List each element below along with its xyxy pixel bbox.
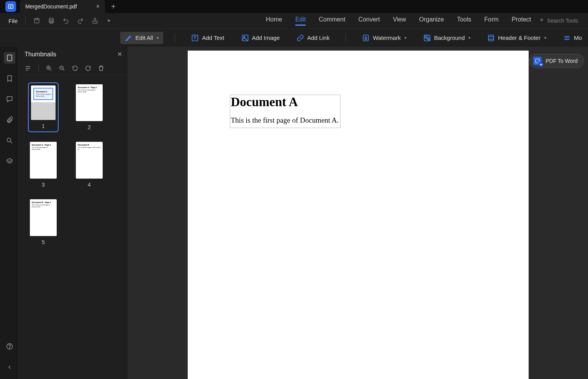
svg-point-18 — [9, 348, 10, 348]
collapse-rail-icon[interactable] — [4, 361, 15, 373]
svg-rect-14 — [489, 35, 494, 41]
more-button[interactable]: Mo — [559, 32, 582, 44]
titlebar: MergedDocument.pdf × + — [0, 0, 588, 13]
chevron-down-icon: ▾ — [157, 36, 159, 40]
list-icon[interactable] — [25, 65, 31, 72]
share-icon[interactable] — [92, 17, 98, 24]
file-menu[interactable]: File — [5, 18, 21, 24]
background-button[interactable]: Background ▾ — [419, 32, 475, 44]
thumbnail-page-3[interactable]: Document A - Page 3This is the third pag… — [30, 142, 57, 188]
watermark-icon — [362, 34, 370, 42]
tab-close-icon[interactable]: × — [96, 3, 100, 10]
tab-organize[interactable]: Organize — [419, 16, 444, 26]
svg-rect-2 — [10, 7, 11, 8]
page-1: Document A This is the first page of Doc… — [188, 51, 529, 379]
thumbnails-header: Thumbnails ✕ — [19, 47, 128, 62]
rotate-right-icon[interactable] — [85, 65, 92, 72]
edit-all-label: Edit All — [136, 34, 153, 41]
divider — [25, 17, 26, 25]
print-icon[interactable] — [48, 17, 55, 24]
undo-icon[interactable] — [62, 17, 69, 24]
header-footer-label: Header & Footer — [498, 34, 541, 41]
edit-all-button[interactable]: Edit All ▾ — [120, 32, 164, 44]
main-area: Thumbnails ✕ Docum — [0, 47, 588, 379]
thumbnail-preview: Document A - Page 3This is the third pag… — [30, 142, 57, 179]
image-icon — [241, 34, 249, 42]
thumbnail-number: 5 — [42, 239, 45, 245]
add-link-button[interactable]: Add Link — [292, 32, 334, 44]
document-viewport[interactable]: Document A This is the first page of Doc… — [128, 47, 588, 379]
delete-icon[interactable] — [98, 65, 105, 72]
thumbnail-number: 1 — [42, 123, 45, 129]
thumbnails-toolbar — [19, 62, 128, 75]
layers-rail-icon[interactable] — [4, 156, 15, 167]
tab-convert[interactable]: Convert — [359, 16, 380, 26]
thumbnail-preview: Document BThis is the first page of Docu… — [76, 142, 103, 179]
thumbnail-number: 2 — [88, 124, 91, 130]
chevron-down-icon: ▾ — [544, 36, 546, 40]
document-tab[interactable]: MergedDocument.pdf × — [20, 0, 105, 13]
thumbnails-grid: Document AThis is the first page of Docu… — [19, 75, 128, 254]
chevron-down-icon: ▾ — [468, 36, 470, 40]
comment-rail-icon[interactable] — [4, 94, 15, 105]
link-icon — [296, 34, 304, 42]
left-rail — [0, 47, 19, 379]
background-icon — [423, 34, 431, 42]
pdf-to-word-button[interactable]: W PDF To Word — [529, 54, 584, 68]
chevron-down-icon: ▾ — [405, 36, 406, 40]
search-tools[interactable]: Search Tools — [539, 18, 583, 24]
text-icon — [191, 34, 199, 42]
text-edit-box[interactable]: Document A This is the first page of Doc… — [230, 95, 341, 128]
svg-point-8 — [541, 19, 542, 21]
add-image-label: Add Image — [252, 34, 280, 41]
redo-icon[interactable] — [77, 17, 84, 24]
tab-form[interactable]: Form — [484, 16, 498, 26]
page-body[interactable]: This is the first page of Document A. — [231, 116, 339, 125]
thumbnail-page-1[interactable]: Document AThis is the first page of Docu… — [30, 84, 57, 130]
new-tab-button[interactable]: + — [111, 2, 116, 11]
tab-tools[interactable]: Tools — [457, 16, 471, 26]
thumbnail-page-5[interactable]: Document B - Page 2This is the second pa… — [30, 199, 57, 245]
more-icon — [563, 34, 571, 42]
tab-title: MergedDocument.pdf — [25, 3, 77, 10]
divider — [38, 65, 39, 72]
add-image-button[interactable]: Add Image — [237, 32, 285, 44]
svg-rect-3 — [34, 18, 39, 23]
zoom-in-icon[interactable] — [46, 65, 52, 72]
svg-rect-15 — [7, 55, 12, 61]
add-text-label: Add Text — [202, 34, 224, 41]
thumbnail-page-4[interactable]: Document BThis is the first page of Docu… — [76, 142, 103, 188]
divider — [346, 33, 346, 43]
app-logo — [5, 1, 16, 12]
watermark-button[interactable]: Watermark ▾ — [357, 32, 411, 44]
word-icon: W — [533, 57, 542, 65]
page-heading[interactable]: Document A — [231, 95, 339, 109]
more-label: Mo — [574, 34, 582, 41]
save-icon[interactable] — [33, 17, 40, 24]
svg-point-11 — [243, 36, 244, 37]
thumbnail-page-2[interactable]: Document A - Page 2This is the second pa… — [76, 84, 103, 130]
rotate-left-icon[interactable] — [72, 65, 79, 72]
add-text-button[interactable]: Add Text — [187, 32, 229, 44]
thumbnails-panel: Thumbnails ✕ Docum — [19, 47, 128, 379]
svg-rect-0 — [8, 5, 13, 8]
tab-edit[interactable]: Edit — [295, 16, 306, 26]
header-footer-button[interactable]: Header & Footer ▾ — [483, 32, 551, 44]
help-rail-icon[interactable] — [4, 341, 15, 352]
header-footer-icon — [487, 34, 495, 42]
thumbnails-rail-icon[interactable] — [4, 52, 15, 64]
dropdown-icon[interactable] — [106, 18, 111, 23]
tab-comment[interactable]: Comment — [319, 16, 345, 26]
thumbnail-preview: Document B - Page 2This is the second pa… — [30, 199, 57, 236]
zoom-out-icon[interactable] — [59, 65, 66, 72]
search-rail-icon[interactable] — [4, 135, 15, 146]
tab-home[interactable]: Home — [266, 16, 282, 26]
bookmark-rail-icon[interactable] — [4, 73, 15, 84]
thumbnails-title: Thumbnails — [25, 51, 56, 58]
thumbnail-preview: Document AThis is the first page of Docu… — [31, 85, 56, 120]
svg-point-16 — [7, 138, 11, 142]
tab-protect[interactable]: Protect — [512, 16, 531, 26]
tab-view[interactable]: View — [393, 16, 406, 26]
attachment-rail-icon[interactable] — [4, 114, 15, 126]
thumbnails-close-icon[interactable]: ✕ — [117, 51, 122, 58]
